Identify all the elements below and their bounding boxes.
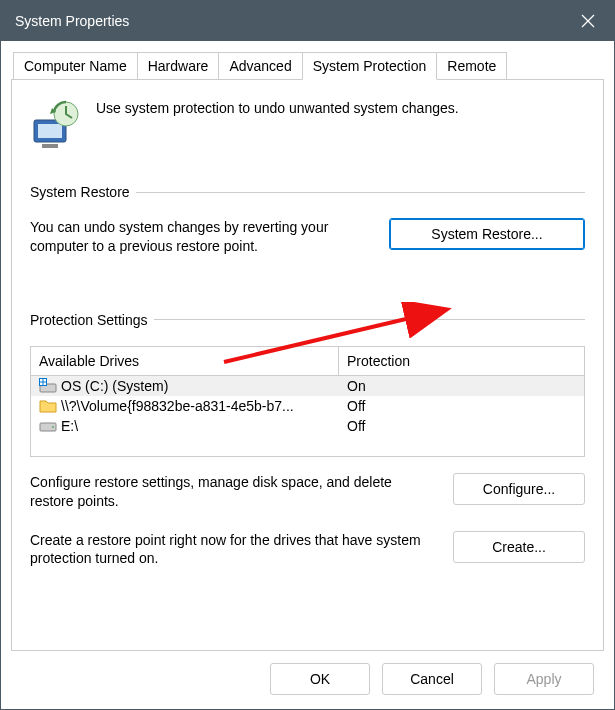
create-row: Create a restore point right now for the… [30,531,585,569]
intro-text: Use system protection to undo unwanted s… [96,98,459,116]
svg-rect-11 [40,382,43,385]
configure-row: Configure restore settings, manage disk … [30,473,585,511]
drives-header: Available Drives Protection [31,347,584,376]
intro-row: Use system protection to undo unwanted s… [30,98,585,150]
divider [154,319,585,320]
apply-button[interactable]: Apply [494,663,594,695]
system-protection-icon [30,98,82,150]
close-button[interactable] [562,1,614,41]
tab-system-protection[interactable]: System Protection [302,52,438,80]
drive-row[interactable]: \\?\Volume{f98832be-a831-4e5b-b7... Off [31,396,584,416]
configure-description: Configure restore settings, manage disk … [30,473,435,511]
tabstrip: Computer Name Hardware Advanced System P… [13,51,604,79]
group-protection-settings-header: Protection Settings [30,312,585,328]
drive-name: \\?\Volume{f98832be-a831-4e5b-b7... [61,398,294,414]
system-restore-row: You can undo system changes by reverting… [30,218,585,256]
svg-rect-10 [44,379,47,382]
cancel-button[interactable]: Cancel [382,663,482,695]
create-button[interactable]: Create... [453,531,585,563]
group-system-restore-header: System Restore [30,184,585,200]
svg-rect-4 [42,144,58,148]
column-header-drives[interactable]: Available Drives [31,347,339,376]
drive-protection: Off [347,398,365,414]
system-restore-button[interactable]: System Restore... [389,218,585,250]
tab-computer-name[interactable]: Computer Name [13,52,138,80]
group-system-restore-title: System Restore [30,184,130,200]
svg-rect-12 [44,382,47,385]
divider [136,192,585,193]
drive-protection: Off [347,418,365,434]
tab-remote[interactable]: Remote [436,52,507,80]
close-icon [581,14,595,28]
svg-rect-9 [40,379,43,382]
drives-body: OS (C:) (System) On \\?\Volume{f98832be-… [31,376,584,456]
drive-row[interactable]: OS (C:) (System) On [31,376,584,396]
drive-name: OS (C:) (System) [61,378,168,394]
tab-hardware[interactable]: Hardware [137,52,220,80]
drive-protection: On [347,378,366,394]
configure-button[interactable]: Configure... [453,473,585,505]
drive-icon [39,418,57,434]
titlebar: System Properties [1,1,614,41]
window-title: System Properties [15,13,562,29]
drive-name: E:\ [61,418,78,434]
folder-icon [39,398,57,414]
system-restore-description: You can undo system changes by reverting… [30,218,371,256]
svg-point-14 [52,426,54,428]
system-properties-window: System Properties Computer Name Hardware… [0,0,615,710]
drives-list[interactable]: Available Drives Protection [30,346,585,457]
group-protection-settings-title: Protection Settings [30,312,148,328]
drive-row[interactable]: E:\ Off [31,416,584,436]
dialog-buttons: OK Cancel Apply [11,651,604,709]
create-description: Create a restore point right now for the… [30,531,435,569]
tab-panel-system-protection: Use system protection to undo unwanted s… [11,79,604,651]
client-area: Computer Name Hardware Advanced System P… [1,41,614,709]
svg-rect-3 [38,124,62,138]
tab-advanced[interactable]: Advanced [218,52,302,80]
drive-os-icon [39,378,57,394]
column-header-protection[interactable]: Protection [339,347,584,376]
ok-button[interactable]: OK [270,663,370,695]
